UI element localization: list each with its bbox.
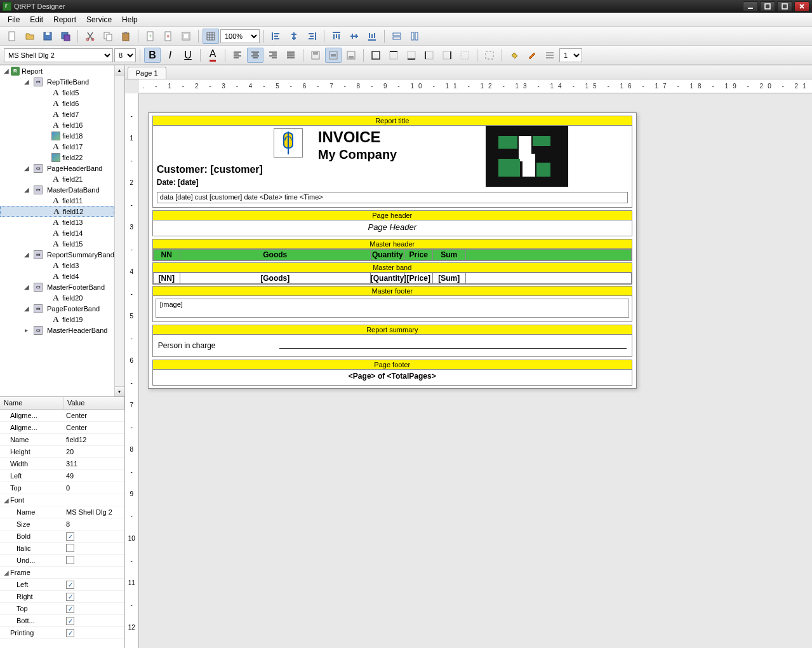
col-sum[interactable]: Sum xyxy=(433,250,466,260)
prop-row[interactable]: Left✓ xyxy=(0,579,124,591)
summary-label[interactable]: Person in charge xyxy=(158,341,216,350)
same-width-button[interactable] xyxy=(389,29,405,44)
tree-field[interactable]: Afield19 xyxy=(0,314,114,325)
data-qty[interactable]: [Quantity] xyxy=(371,273,405,283)
prop-checkbox[interactable]: ✓ xyxy=(66,532,74,541)
tree-field[interactable]: Afield3 xyxy=(0,260,114,271)
tree-field[interactable]: Afield7 xyxy=(0,109,114,119)
prop-row[interactable]: Printing✓ xyxy=(0,627,124,639)
band-page-header[interactable]: Page header Page Header xyxy=(152,210,632,236)
tree-band[interactable]: ◢▭MasterFooterBand xyxy=(0,281,114,292)
align-left-button[interactable] xyxy=(268,29,284,44)
expression-field[interactable]: data [date] cust [customer] date <Date> … xyxy=(157,192,628,203)
prop-row[interactable]: Bott...✓ xyxy=(0,615,124,627)
prop-value[interactable]: 49 xyxy=(66,472,74,480)
prop-row[interactable]: Height20 xyxy=(0,446,124,458)
border-color-button[interactable] xyxy=(524,48,540,63)
prop-value[interactable]: MS Shell Dlg 2 xyxy=(66,508,112,516)
prop-row[interactable]: Und... xyxy=(0,555,124,567)
italic-button[interactable]: I xyxy=(162,48,178,63)
col-price[interactable]: Price xyxy=(405,250,433,260)
company-name[interactable]: My Company xyxy=(318,147,397,162)
prop-checkbox[interactable]: ✓ xyxy=(66,605,74,613)
menu-help[interactable]: Help xyxy=(117,14,143,25)
align-center-v-button[interactable] xyxy=(346,29,363,44)
grid-toggle-button[interactable] xyxy=(203,29,219,44)
text-left-button[interactable] xyxy=(229,48,246,63)
tree-field[interactable]: field18 xyxy=(0,130,114,141)
prop-row[interactable]: ◢Frame xyxy=(0,567,124,579)
menu-edit[interactable]: Edit xyxy=(25,14,48,25)
menu-report[interactable]: Report xyxy=(48,14,81,25)
border-none-button[interactable] xyxy=(456,48,473,63)
tree-field[interactable]: Afield12 xyxy=(0,206,114,217)
report-tree[interactable]: ◢RReport◢▭RepTitleBandAfield5Afield6Afie… xyxy=(0,65,124,396)
col-nn[interactable]: NN xyxy=(154,250,180,260)
tree-field[interactable]: Afield11 xyxy=(0,195,114,206)
data-goods[interactable]: [Goods] xyxy=(180,273,371,283)
band-report-title[interactable]: Report title INVOICE My Company Customer… xyxy=(152,116,632,208)
text-justify-button[interactable] xyxy=(283,48,299,63)
tree-field[interactable]: field22 xyxy=(0,152,114,163)
prop-checkbox[interactable] xyxy=(66,544,74,552)
minimize-button[interactable] xyxy=(743,1,758,11)
align-top-button[interactable] xyxy=(328,29,345,44)
band-master-data[interactable]: Master band [NN] [Goods] [Quantity] [Pri… xyxy=(152,262,632,285)
prop-row[interactable]: Top0 xyxy=(0,482,124,494)
align-bottom-button[interactable] xyxy=(364,29,380,44)
valign-center-button[interactable] xyxy=(325,48,342,63)
menu-service[interactable]: Service xyxy=(81,14,117,25)
font-name-select[interactable]: MS Shell Dlg 2 xyxy=(4,48,113,62)
prop-row[interactable]: ◢Font xyxy=(0,494,124,506)
tree-field[interactable]: Afield13 xyxy=(0,217,114,227)
menu-file[interactable]: File xyxy=(3,14,25,25)
align-center-h-button[interactable] xyxy=(286,29,302,44)
tree-field[interactable]: Afield14 xyxy=(0,227,114,238)
tree-field[interactable]: Afield20 xyxy=(0,292,114,303)
report-page[interactable]: Report title INVOICE My Company Customer… xyxy=(148,112,637,389)
invoice-title[interactable]: INVOICE xyxy=(318,128,381,146)
data-nn[interactable]: [NN] xyxy=(154,273,180,283)
col-goods[interactable]: Goods xyxy=(180,250,371,260)
prop-row[interactable]: NameMS Shell Dlg 2 xyxy=(0,506,124,518)
page-footer-text[interactable]: <Page> of <TotalPages> xyxy=(153,370,632,385)
date-field[interactable]: Date: [date] xyxy=(157,178,199,187)
prop-row[interactable]: Aligme...Center xyxy=(0,422,124,434)
tree-scrollbar[interactable]: ▴ ▾ xyxy=(114,65,124,396)
border-top-button[interactable] xyxy=(385,48,402,63)
save-button[interactable] xyxy=(39,29,56,44)
footer-image-field[interactable]: [image] xyxy=(156,299,629,318)
band-page-footer[interactable]: Page footer <Page> of <TotalPages> xyxy=(152,360,632,386)
tree-field[interactable]: Afield21 xyxy=(0,173,114,184)
delete-page-button[interactable]: × xyxy=(160,29,176,44)
tree-field[interactable]: Afield4 xyxy=(0,271,114,281)
tree-root[interactable]: ◢RReport xyxy=(0,65,114,76)
page-settings-button[interactable] xyxy=(178,29,194,44)
scroll-down-icon[interactable]: ▾ xyxy=(115,386,124,396)
font-size-select[interactable]: 8 xyxy=(114,48,136,62)
page-header-text[interactable]: Page Header xyxy=(153,220,632,236)
maximize-button[interactable] xyxy=(777,1,792,11)
scroll-up-icon[interactable]: ▴ xyxy=(115,65,124,76)
data-price[interactable]: [Price] xyxy=(405,273,433,283)
tree-field[interactable]: Afield17 xyxy=(0,141,114,152)
cut-button[interactable] xyxy=(82,29,98,44)
prop-value[interactable]: Center xyxy=(66,424,87,431)
band-master-header[interactable]: Master header NN Goods Quantity Price Su… xyxy=(152,239,632,261)
prop-row[interactable]: Size8 xyxy=(0,518,124,530)
tree-band[interactable]: ◢▭ReportSummaryBand xyxy=(0,249,114,260)
tree-field[interactable]: Afield6 xyxy=(0,98,114,109)
prop-value[interactable]: 20 xyxy=(66,448,74,456)
valign-bottom-button[interactable] xyxy=(343,48,359,63)
tree-field[interactable]: Afield5 xyxy=(0,87,114,98)
font-color-button[interactable]: A xyxy=(204,48,221,63)
border-right-button[interactable] xyxy=(439,48,455,63)
copy-button[interactable] xyxy=(100,29,116,44)
new-page-button[interactable]: + xyxy=(142,29,159,44)
prop-checkbox[interactable]: ✓ xyxy=(66,617,74,625)
zoom-select[interactable]: 100% xyxy=(220,29,260,43)
flag-image[interactable] xyxy=(274,128,303,158)
prop-checkbox[interactable]: ✓ xyxy=(66,593,74,601)
tree-field[interactable]: Afield16 xyxy=(0,119,114,130)
bold-button[interactable]: B xyxy=(144,48,161,63)
